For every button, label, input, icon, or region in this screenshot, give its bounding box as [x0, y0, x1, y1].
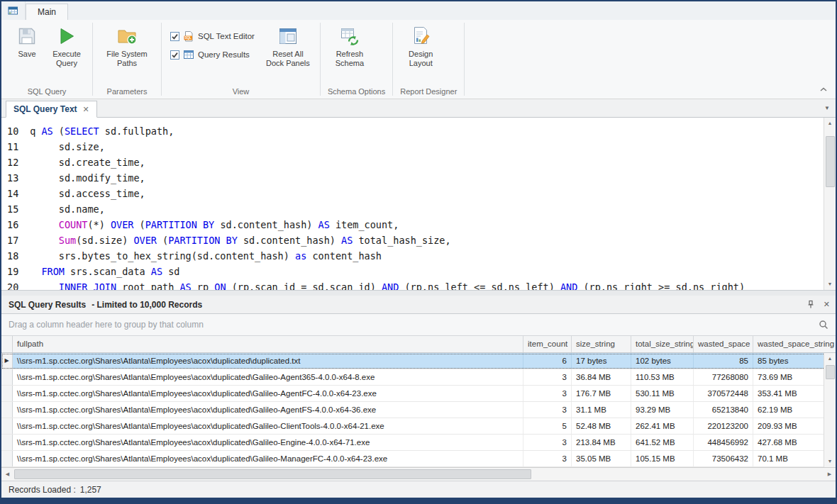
table-row[interactable]: \\srs-m1.sp.cctec.org\Shares\Atlanta\Emp…	[1, 418, 824, 435]
scroll-left-icon[interactable]: ◀	[1, 468, 13, 481]
cell-item_count[interactable]: 5	[523, 418, 572, 434]
ribbon-collapse-chevron[interactable]	[819, 82, 828, 95]
cell-size_string[interactable]: 35.05 MB	[572, 451, 631, 466]
grid-hscrollbar[interactable]: ◀ ▶	[1, 467, 836, 481]
execute-query-button[interactable]: Execute Query	[47, 23, 87, 68]
save-button[interactable]: Save	[7, 23, 47, 59]
code-line[interactable]: 19 FROM srs.scan_data AS sd	[1, 264, 824, 279]
cell-fullpath[interactable]: \\srs-m1.sp.cctec.org\Shares\Atlanta\Emp…	[13, 386, 523, 401]
editor-scroll-thumb[interactable]	[826, 136, 835, 187]
cell-wasted_space_string[interactable]: 353.41 MB	[753, 386, 824, 401]
cell-total_size_string[interactable]: 530.11 MB	[631, 386, 694, 401]
code-line[interactable]: 17 Sum(sd.size) OVER (PARTITION BY sd.co…	[1, 233, 824, 248]
scroll-down-icon[interactable]: ▼	[824, 279, 836, 290]
cell-wasted_space[interactable]: 220123200	[694, 418, 753, 434]
cell-total_size_string[interactable]: 102 bytes	[631, 353, 694, 369]
ribbon-tab-main[interactable]: Main	[26, 4, 68, 20]
cell-total_size_string[interactable]: 641.52 MB	[631, 435, 694, 450]
cell-item_count[interactable]: 3	[523, 402, 572, 418]
panel-splitter[interactable]	[1, 291, 836, 296]
cell-fullpath[interactable]: \\srs-m1.sp.cctec.org\Shares\Atlanta\Emp…	[13, 353, 523, 369]
tab-list-dropdown-icon[interactable]: ▼	[824, 105, 830, 111]
tab-close-icon[interactable]: ✕	[83, 106, 89, 113]
design-layout-button[interactable]: Design Layout	[399, 23, 443, 68]
column-header-wasted_space_string[interactable]: wasted_space_string	[753, 336, 836, 352]
table-row[interactable]: \\srs-m1.sp.cctec.org\Shares\Atlanta\Emp…	[1, 451, 824, 467]
cell-fullpath[interactable]: \\srs-m1.sp.cctec.org\Shares\Atlanta\Emp…	[13, 369, 523, 385]
cell-wasted_space[interactable]: 65213840	[694, 402, 753, 418]
close-panel-icon[interactable]: ✕	[824, 300, 830, 309]
column-header-fullpath[interactable]: fullpath	[13, 336, 523, 352]
cell-size_string[interactable]: 176.7 MB	[572, 386, 631, 401]
cell-wasted_space_string[interactable]: 85 bytes	[753, 353, 824, 369]
table-row[interactable]: \\srs-m1.sp.cctec.org\Shares\Atlanta\Emp…	[1, 369, 824, 386]
cell-wasted_space_string[interactable]: 427.68 MB	[753, 435, 824, 450]
cell-fullpath[interactable]: \\srs-m1.sp.cctec.org\Shares\Atlanta\Emp…	[13, 402, 523, 418]
pin-icon[interactable]	[806, 300, 815, 309]
cell-item_count[interactable]: 3	[523, 386, 572, 401]
cell-size_string[interactable]: 31.1 MB	[572, 402, 631, 418]
cell-size_string[interactable]: 213.84 MB	[572, 435, 631, 450]
code-area[interactable]: 10 q AS (SELECT sd.fullpath,11 sd.size,1…	[1, 118, 824, 290]
cell-item_count[interactable]: 6	[523, 353, 572, 369]
code-line[interactable]: 20 INNER JOIN root_path AS rp ON (rp.sca…	[1, 279, 824, 290]
reset-dock-panels-button[interactable]: Reset All Dock Panels	[262, 23, 314, 68]
cell-size_string[interactable]: 36.84 MB	[572, 369, 631, 385]
cell-wasted_space[interactable]: 448456992	[694, 435, 753, 450]
cell-wasted_space_string[interactable]: 62.19 MB	[753, 402, 824, 418]
file-system-paths-button[interactable]: File System Paths	[99, 23, 155, 68]
cell-wasted_space[interactable]: 85	[694, 353, 753, 369]
code-line[interactable]: 10 q AS (SELECT sd.fullpath,	[1, 123, 824, 139]
cell-total_size_string[interactable]: 105.15 MB	[631, 451, 694, 466]
cell-fullpath[interactable]: \\srs-m1.sp.cctec.org\Shares\Atlanta\Emp…	[13, 451, 523, 466]
scroll-right-icon[interactable]: ▶	[824, 468, 836, 481]
column-header-size_string[interactable]: size_string	[572, 336, 631, 352]
cell-wasted_space[interactable]: 370572448	[694, 386, 753, 401]
code-line[interactable]: 18 srs.bytes_to_hex_string(sd.content_ha…	[1, 248, 824, 264]
app-menu-button[interactable]	[1, 1, 26, 20]
cell-item_count[interactable]: 3	[523, 451, 572, 466]
column-header-total_size_string[interactable]: total_size_string	[631, 336, 694, 352]
table-row[interactable]: ▶\\srs-m1.sp.cctec.org\Shares\Atlanta\Em…	[1, 353, 824, 369]
code-line[interactable]: 12 sd.create_time,	[1, 155, 824, 170]
cell-wasted_space[interactable]: 73506432	[694, 451, 753, 466]
code-line[interactable]: 13 sd.modify_time,	[1, 170, 824, 186]
tab-sql-query-text[interactable]: SQL Query Text ✕	[6, 101, 97, 118]
reset-dock-panels-label: Reset All Dock Panels	[263, 50, 313, 68]
editor-vscrollbar[interactable]: ▲ ▼	[824, 118, 836, 290]
scroll-down-icon[interactable]: ▼	[824, 456, 836, 467]
grid-scroll-thumb[interactable]	[826, 365, 835, 379]
table-row[interactable]: \\srs-m1.sp.cctec.org\Shares\Atlanta\Emp…	[1, 402, 824, 418]
column-header-item_count[interactable]: item_count	[523, 336, 572, 352]
cell-wasted_space_string[interactable]: 70.1 MB	[753, 451, 824, 466]
code-line[interactable]: 14 sd.access_time,	[1, 186, 824, 201]
cell-wasted_space[interactable]: 77268080	[694, 369, 753, 385]
cell-wasted_space_string[interactable]: 209.93 MB	[753, 418, 824, 434]
code-line[interactable]: 11 sd.size,	[1, 139, 824, 155]
table-row[interactable]: \\srs-m1.sp.cctec.org\Shares\Atlanta\Emp…	[1, 386, 824, 402]
code-line[interactable]: 16 COUNT(*) OVER (PARTITION BY sd.conten…	[1, 217, 824, 233]
hscroll-thumb[interactable]	[14, 469, 531, 479]
table-row[interactable]: \\srs-m1.sp.cctec.org\Shares\Atlanta\Emp…	[1, 435, 824, 451]
checkbox-sql-text-editor[interactable]: SQL SQL Text Editor	[170, 30, 255, 42]
cell-total_size_string[interactable]: 110.53 MB	[631, 369, 694, 385]
group-by-bar[interactable]: Drag a column header here to group by th…	[1, 314, 836, 336]
code-line[interactable]: 15 sd.name,	[1, 201, 824, 217]
cell-item_count[interactable]: 3	[523, 435, 572, 450]
refresh-schema-button[interactable]: Refresh Schema	[326, 23, 373, 68]
scroll-up-icon[interactable]: ▲	[824, 353, 836, 364]
cell-item_count[interactable]: 3	[523, 369, 572, 385]
cell-size_string[interactable]: 52.48 MB	[572, 418, 631, 434]
search-icon[interactable]	[819, 320, 828, 330]
checkbox-query-results[interactable]: Query Results	[170, 49, 255, 60]
cell-size_string[interactable]: 17 bytes	[572, 353, 631, 369]
scroll-up-icon[interactable]: ▲	[824, 118, 836, 129]
cell-total_size_string[interactable]: 262.41 MB	[631, 418, 694, 434]
grid-vscrollbar[interactable]: ▲ ▼	[824, 353, 836, 467]
column-header-wasted_space[interactable]: wasted_space	[694, 336, 753, 352]
cell-total_size_string[interactable]: 93.29 MB	[631, 402, 694, 418]
header-indicator-corner	[1, 336, 13, 352]
cell-fullpath[interactable]: \\srs-m1.sp.cctec.org\Shares\Atlanta\Emp…	[13, 418, 523, 434]
cell-wasted_space_string[interactable]: 73.69 MB	[753, 369, 824, 385]
cell-fullpath[interactable]: \\srs-m1.sp.cctec.org\Shares\Atlanta\Emp…	[13, 435, 523, 450]
